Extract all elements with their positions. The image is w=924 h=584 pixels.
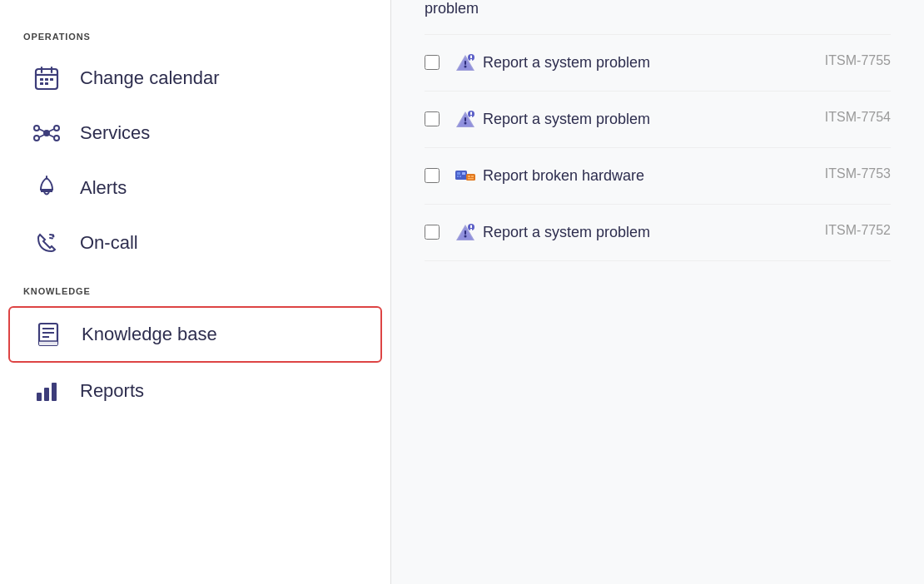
sidebar-section-operations: OPERATIONS Change calendar <box>0 17 390 270</box>
item-info-7753: Report broken hardware ITSM-7753 <box>455 165 891 187</box>
reports-icon <box>32 376 62 406</box>
top-item-text: problem <box>425 0 891 35</box>
list-item: Report a system problem ITSM-7752 <box>425 205 891 261</box>
svg-rect-36 <box>470 59 472 61</box>
svg-point-13 <box>54 136 59 141</box>
checkbox-7753[interactable] <box>425 168 440 186</box>
svg-rect-29 <box>52 383 57 401</box>
svg-rect-7 <box>40 82 43 85</box>
checkbox-input-7754[interactable] <box>425 111 440 126</box>
svg-point-10 <box>34 126 39 131</box>
list-item: Report a system problem ITSM-7755 <box>425 35 891 92</box>
sidebar-item-label-alerts: Alerts <box>80 177 127 199</box>
item-info-7755: Report a system problem ITSM-7755 <box>455 52 891 74</box>
list-item: Report broken hardware ITSM-7753 <box>425 148 891 205</box>
svg-rect-28 <box>44 388 49 401</box>
svg-rect-48 <box>460 176 461 177</box>
section-label-operations: OPERATIONS <box>0 17 390 50</box>
sidebar-item-label-reports: Reports <box>80 380 144 402</box>
svg-rect-51 <box>468 176 470 177</box>
sidebar-item-label-on-call: On-call <box>80 232 138 254</box>
system-problem-icon-7755 <box>455 52 476 74</box>
system-problem-icon-7752 <box>455 222 476 244</box>
svg-rect-49 <box>462 172 465 175</box>
checkbox-input-7752[interactable] <box>425 225 440 240</box>
sidebar-item-change-calendar[interactable]: Change calendar <box>8 52 382 105</box>
svg-rect-52 <box>471 176 474 177</box>
sidebar-item-label-knowledge-base: Knowledge base <box>82 324 217 345</box>
sidebar: OPERATIONS Change calendar <box>0 0 391 584</box>
svg-line-14 <box>39 129 44 131</box>
item-title-7755: Report a system problem ITSM-7755 <box>455 52 891 74</box>
svg-rect-53 <box>468 178 474 180</box>
item-text-7755: Report a system problem <box>483 52 650 73</box>
svg-rect-8 <box>45 82 48 85</box>
checkbox-7755[interactable] <box>425 55 440 73</box>
svg-point-12 <box>34 136 39 141</box>
svg-rect-44 <box>455 171 467 180</box>
svg-rect-59 <box>470 225 472 229</box>
item-info-7754: Report a system problem ITSM-7754 <box>455 108 891 131</box>
item-id-7754: ITSM-7754 <box>805 110 891 125</box>
svg-rect-35 <box>470 56 472 59</box>
sidebar-item-alerts[interactable]: Alerts <box>8 161 382 215</box>
svg-rect-60 <box>470 229 472 230</box>
svg-rect-46 <box>457 172 460 175</box>
main-content: problem Report a syste <box>391 0 924 584</box>
services-icon <box>32 118 62 148</box>
item-id-7753: ITSM-7753 <box>805 166 891 181</box>
svg-point-56 <box>464 235 467 238</box>
checkbox-input-7755[interactable] <box>425 55 440 70</box>
section-label-knowledge: KNOWLEDGE <box>0 271 390 304</box>
checkbox-input-7753[interactable] <box>425 168 440 183</box>
checkbox-7754[interactable] <box>425 111 440 130</box>
calendar-icon <box>32 63 62 93</box>
svg-rect-27 <box>37 393 42 401</box>
svg-rect-57 <box>464 230 466 235</box>
item-text-7753: Report broken hardware <box>483 165 644 186</box>
svg-point-20 <box>52 235 55 238</box>
svg-point-39 <box>464 122 467 125</box>
item-id-7752: ITSM-7752 <box>805 223 891 238</box>
sidebar-item-services[interactable]: Services <box>8 106 382 160</box>
sidebar-item-on-call[interactable]: On-call <box>8 216 382 270</box>
svg-rect-43 <box>470 116 472 117</box>
sidebar-item-knowledge-base[interactable]: Knowledge base <box>8 306 382 363</box>
hardware-icon-7753 <box>455 166 476 187</box>
item-text-7754: Report a system problem <box>483 108 650 130</box>
svg-rect-42 <box>470 112 472 116</box>
svg-rect-18 <box>41 190 52 192</box>
svg-point-32 <box>464 66 467 68</box>
item-info-7752: Report a system problem ITSM-7752 <box>455 221 891 244</box>
svg-line-15 <box>49 129 54 131</box>
bell-icon <box>32 173 62 203</box>
svg-line-17 <box>49 135 54 137</box>
svg-rect-4 <box>40 78 43 81</box>
svg-rect-40 <box>464 117 466 121</box>
item-title-7752: Report a system problem ITSM-7752 <box>455 221 891 244</box>
system-problem-icon-7754 <box>455 109 476 131</box>
item-title-7753: Report broken hardware ITSM-7753 <box>455 165 891 187</box>
item-title-7754: Report a system problem ITSM-7754 <box>455 108 891 131</box>
svg-rect-33 <box>464 61 466 65</box>
book-icon <box>33 319 63 349</box>
svg-point-11 <box>54 126 59 131</box>
item-id-7755: ITSM-7755 <box>805 53 891 68</box>
item-text-7752: Report a system problem <box>483 221 650 243</box>
sidebar-item-label-change-calendar: Change calendar <box>80 67 220 89</box>
svg-line-16 <box>39 135 44 137</box>
sidebar-section-knowledge: KNOWLEDGE Knowledge base <box>0 271 390 418</box>
svg-rect-6 <box>50 78 53 81</box>
oncall-icon <box>32 228 62 258</box>
checkbox-7752[interactable] <box>425 225 440 243</box>
sidebar-item-reports[interactable]: Reports <box>8 364 382 418</box>
svg-rect-50 <box>466 174 475 181</box>
list-item: Report a system problem ITSM-7754 <box>425 92 891 148</box>
svg-rect-5 <box>45 78 48 81</box>
sidebar-item-label-services: Services <box>80 122 150 144</box>
svg-rect-47 <box>457 176 459 177</box>
